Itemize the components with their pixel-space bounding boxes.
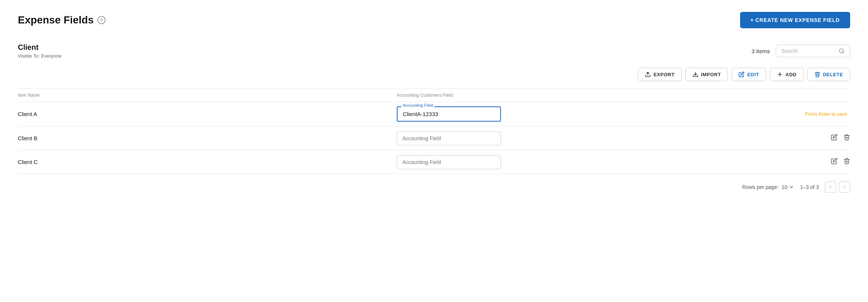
import-icon [692, 71, 698, 77]
accounting-field-active-client-a[interactable]: Accounting Field [397, 106, 501, 122]
export-icon [645, 71, 651, 77]
delete-row-icon-client-c[interactable] [843, 158, 850, 166]
delete-button[interactable]: DELETE [807, 68, 850, 81]
edit-icon [739, 71, 745, 77]
next-page-button[interactable] [839, 181, 850, 193]
table-row: Client C [18, 150, 850, 174]
actions-client-a: Press Enter to save [776, 111, 850, 117]
help-icon[interactable]: ? [97, 16, 106, 24]
accounting-input-client-c[interactable] [397, 155, 501, 169]
table-header-row: Item Name Accounting Customers Field [18, 89, 850, 102]
rows-per-page: Rows per page: 10 [742, 184, 794, 190]
accounting-field-inactive-client-b[interactable] [397, 131, 501, 145]
delete-icon [814, 71, 820, 77]
section-subtitle: Visible To: Everyone [18, 53, 61, 59]
edit-row-icon-client-b[interactable] [831, 134, 838, 142]
section-header: Client Visible To: Everyone 3 Items [18, 43, 850, 59]
items-count: 3 Items [752, 48, 770, 54]
pagination-area: Rows per page: 10 1–3 of 3 [18, 181, 850, 193]
accounting-input-client-a[interactable] [397, 106, 501, 122]
actions-client-c [776, 158, 850, 166]
accounting-cell-client-c [397, 155, 776, 169]
page-header: Expense Fields ? + CREATE NEW EXPENSE FI… [18, 12, 850, 28]
chevron-left-icon [828, 184, 833, 190]
section-right: 3 Items [752, 45, 850, 57]
edit-button[interactable]: EDIT [732, 68, 766, 81]
toolbar: EXPORT IMPORT EDIT ADD [18, 68, 850, 81]
section-title-area: Client Visible To: Everyone [18, 43, 61, 59]
section-title: Client [18, 43, 61, 52]
accounting-cell-client-a: Accounting Field [397, 106, 776, 122]
press-enter-hint: Press Enter to save [805, 111, 850, 117]
page-nav [825, 181, 850, 193]
add-icon [777, 71, 783, 77]
col-header-actions [776, 93, 850, 98]
accounting-input-client-b[interactable] [397, 131, 501, 145]
prev-page-button[interactable] [825, 181, 836, 193]
chevron-down-icon [789, 184, 794, 190]
rows-per-page-label: Rows per page: [742, 184, 779, 190]
item-name-client-a: Client A [18, 111, 397, 117]
col-header-accounting: Accounting Customers Field [397, 93, 776, 98]
delete-row-icon-client-b[interactable] [843, 134, 850, 142]
search-box[interactable] [776, 45, 850, 57]
add-button[interactable]: ADD [770, 68, 804, 81]
search-input[interactable] [781, 48, 836, 54]
export-button[interactable]: EXPORT [638, 68, 681, 81]
create-expense-field-button[interactable]: + CREATE NEW EXPENSE FIELD [740, 12, 850, 28]
rows-per-page-value: 10 [782, 184, 788, 190]
item-name-client-c: Client C [18, 159, 397, 165]
import-button[interactable]: IMPORT [685, 68, 728, 81]
table-container: Item Name Accounting Customers Field Cli… [18, 89, 850, 174]
page-range-label: 1–3 of 3 [800, 184, 819, 190]
col-header-item-name: Item Name [18, 93, 397, 98]
page-title: Expense Fields [18, 14, 94, 26]
search-icon [839, 48, 845, 54]
page-wrapper: Expense Fields ? + CREATE NEW EXPENSE FI… [0, 0, 868, 302]
accounting-cell-client-b [397, 131, 776, 145]
accounting-field-inactive-client-c[interactable] [397, 155, 501, 169]
actions-client-b [776, 134, 850, 142]
chevron-right-icon [842, 184, 847, 190]
edit-row-icon-client-c[interactable] [831, 158, 838, 166]
rows-per-page-select[interactable]: 10 [782, 184, 794, 190]
svg-line-1 [843, 52, 844, 53]
table-row: Client B [18, 126, 850, 150]
item-name-client-b: Client B [18, 135, 397, 141]
table-row: Client A Accounting Field Press Enter to… [18, 102, 850, 126]
page-title-area: Expense Fields ? [18, 14, 106, 26]
